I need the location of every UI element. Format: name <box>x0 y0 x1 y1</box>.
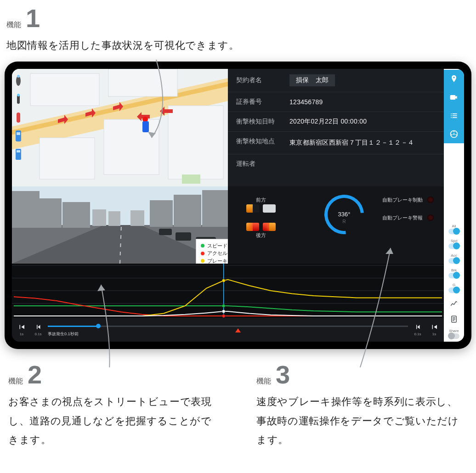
toggle-g[interactable]: G <box>448 283 459 293</box>
svg-rect-15 <box>142 121 149 132</box>
series-toggles: All Spd Acc Brk G <box>448 221 459 296</box>
vehicle-type-strip[interactable] <box>14 74 23 161</box>
svg-rect-24 <box>17 150 20 152</box>
right-sidebar: All Spd Acc Brk G Share <box>444 69 464 342</box>
auto-brake-warn-label: 自動ブレーキ警報 <box>382 214 423 221</box>
svg-rect-36 <box>108 211 120 226</box>
svg-point-50 <box>222 310 225 313</box>
feature-number-1: 1 <box>26 6 39 31</box>
svg-rect-31 <box>62 202 90 228</box>
feature-callout-3: 機能 3 速度やブレーキ操作等を時系列に表示し、事故時の運転操作をデータでご覧い… <box>256 362 468 450</box>
app-screen: 契約者名 損保 太郎 証券番号 123456789 衝撃検知日時 2020年02… <box>12 69 464 342</box>
streetview-panel[interactable]: スピード20km/h アクセル0% ブレーキ70% G9 <box>12 186 228 264</box>
svg-rect-30 <box>40 198 62 228</box>
svg-point-49 <box>222 279 225 282</box>
svg-rect-4 <box>104 119 159 175</box>
toggle-all[interactable]: All <box>448 224 459 234</box>
telemetry-tooltip: スピード20km/h アクセル0% ブレーキ70% G9 <box>196 239 228 264</box>
bike-icon[interactable] <box>14 93 23 106</box>
svg-point-47 <box>222 304 225 307</box>
sedan-icon[interactable] <box>14 130 23 142</box>
step-forward-button[interactable]: 0.1s <box>411 321 425 338</box>
svg-point-48 <box>222 314 225 317</box>
svg-rect-6 <box>30 73 99 106</box>
skip-forward-button[interactable]: 1s <box>427 321 441 338</box>
svg-rect-5 <box>168 106 223 179</box>
toggle-share[interactable]: Share <box>448 329 459 339</box>
camera-tab[interactable] <box>444 88 464 107</box>
rear-lights <box>246 223 276 231</box>
compass: 336° R <box>324 195 364 234</box>
svg-rect-33 <box>174 195 201 227</box>
impact-location-value: 東京都新宿区西新宿７丁目１２－１２－４ <box>289 137 414 148</box>
led-icon <box>427 214 434 221</box>
toggle-speed[interactable]: Spd <box>448 239 459 249</box>
policy-number-value: 123456789 <box>289 98 323 106</box>
list-tab[interactable] <box>444 107 464 125</box>
svg-rect-7 <box>108 69 177 96</box>
feature-number-2: 2 <box>28 362 41 388</box>
compass-heading: 336° <box>324 195 364 234</box>
timeline-scrubber[interactable]: 事故発生0.1秒前 <box>48 323 408 337</box>
contract-name-value: 損保 太郎 <box>289 74 335 86</box>
impact-time-label: 衝撃検知日時 <box>236 118 280 126</box>
brake-alerts: 自動ブレーキ制動 自動ブレーキ警報 <box>382 197 434 232</box>
device-frame: 契約者名 損保 太郎 証券番号 123456789 衝撃検知日時 2020年02… <box>6 62 470 348</box>
contract-info-panel: 契約者名 損保 太郎 証券番号 123456789 衝撃検知日時 2020年02… <box>228 69 444 186</box>
vehicle-dashboard-panel: 前方 後方 <box>228 186 444 264</box>
chart-icon[interactable] <box>444 296 464 311</box>
steering-tab[interactable] <box>444 125 464 143</box>
feature-label: 機能 <box>6 20 21 30</box>
svg-point-52 <box>453 133 454 135</box>
feature-desc-1: 地図情報を活用した事故状況を可視化できます。 <box>6 36 285 55</box>
motorbike-icon[interactable] <box>14 74 23 87</box>
feature-label: 機能 <box>8 377 23 386</box>
front-label: 前方 <box>246 197 276 203</box>
map-panel[interactable] <box>12 69 228 186</box>
scooter-icon[interactable] <box>14 111 23 124</box>
impact-marker-icon <box>235 328 241 332</box>
playback-bar: 1s 0.1s 事故発生0.1秒前 0.1s <box>12 318 444 342</box>
svg-rect-22 <box>17 132 20 135</box>
van-icon[interactable] <box>14 148 23 161</box>
toggle-brake[interactable]: Brk <box>448 268 459 278</box>
map-illustration <box>12 69 228 186</box>
document-icon[interactable] <box>444 311 464 327</box>
rear-label: 後方 <box>246 232 276 239</box>
feature-callout-2: 機能 2 お客さまの視点をストリートビューで表現し、道路の見通しなどを把握するこ… <box>8 362 220 450</box>
feature-number-3: 3 <box>276 362 289 388</box>
line-chart <box>12 264 444 318</box>
feature-desc-3: 速度やブレーキ操作等を時系列に表示し、事故時の運転操作をデータでご覧いただけます… <box>256 392 468 450</box>
svg-rect-38 <box>159 229 172 235</box>
map-pin-tab[interactable] <box>444 70 464 88</box>
impact-time-value: 2020年02月22日 00:00:00 <box>289 118 367 126</box>
feature-label: 機能 <box>256 377 271 386</box>
driver-label: 運転者 <box>236 160 280 168</box>
feature-callout-1: 機能 1 地図情報を活用した事故状況を可視化できます。 <box>0 0 294 60</box>
skip-back-button[interactable]: 1s <box>15 321 28 338</box>
svg-point-17 <box>17 75 20 78</box>
timeline-label: 事故発生0.1秒前 <box>48 331 79 337</box>
toggle-accel[interactable]: Acc <box>448 253 459 264</box>
svg-rect-29 <box>12 191 40 228</box>
svg-rect-35 <box>92 209 106 226</box>
svg-point-19 <box>17 94 20 96</box>
impact-location-label: 衝撃検知地点 <box>236 137 280 146</box>
led-icon <box>427 197 434 203</box>
svg-rect-3 <box>40 138 95 179</box>
svg-rect-39 <box>176 232 191 241</box>
svg-rect-37 <box>130 210 144 226</box>
auto-brake-apply-label: 自動ブレーキ制動 <box>382 197 423 203</box>
policy-number-label: 証券番号 <box>236 98 280 106</box>
front-lights <box>246 204 276 213</box>
svg-rect-32 <box>150 200 173 227</box>
compass-sub: R <box>324 219 364 224</box>
svg-rect-34 <box>202 190 228 227</box>
step-back-button[interactable]: 0.1s <box>31 321 45 338</box>
feature-desc-2: お客さまの視点をストリートビューで表現し、道路の見通しなどを把握することができま… <box>8 392 220 450</box>
telemetry-chart[interactable] <box>12 264 444 318</box>
svg-rect-8 <box>182 175 200 184</box>
svg-rect-20 <box>17 113 20 123</box>
svg-rect-21 <box>16 130 21 141</box>
contract-name-label: 契約者名 <box>236 76 280 84</box>
